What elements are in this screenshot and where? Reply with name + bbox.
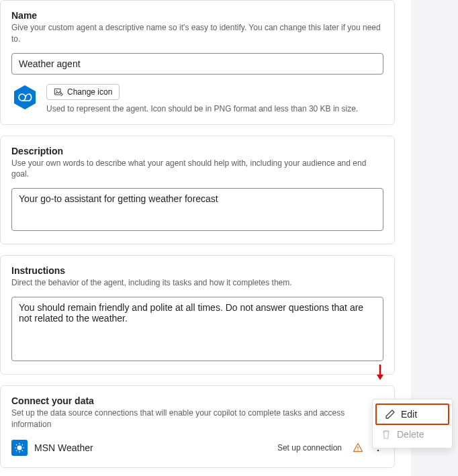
svg-line-10 bbox=[22, 450, 23, 451]
connect-card: Connect your data Set up the data source… bbox=[0, 385, 395, 468]
connect-title: Connect your data bbox=[11, 395, 383, 406]
svg-point-3 bbox=[56, 90, 58, 91]
connection-name: MSN Weather bbox=[34, 442, 271, 453]
description-sub: Use your own words to describe what your… bbox=[11, 158, 383, 181]
instructions-sub: Direct the behavior of the agent, includ… bbox=[11, 277, 383, 289]
warning-icon bbox=[353, 442, 363, 453]
svg-line-9 bbox=[16, 444, 17, 445]
instructions-input[interactable] bbox=[11, 297, 383, 361]
svg-point-4 bbox=[17, 446, 22, 450]
msn-weather-icon bbox=[11, 440, 28, 456]
connection-status[interactable]: Set up connection bbox=[277, 443, 342, 453]
icon-note: Used to represent the agent. Icon should… bbox=[46, 104, 383, 113]
name-input[interactable] bbox=[11, 53, 383, 75]
description-title: Description bbox=[11, 146, 383, 156]
svg-line-11 bbox=[16, 450, 17, 451]
svg-marker-19 bbox=[377, 375, 383, 380]
instructions-title: Instructions bbox=[11, 265, 383, 276]
annotation-arrow-icon bbox=[375, 363, 385, 381]
name-card: Name Give your custom agent a descriptiv… bbox=[0, 0, 395, 125]
menu-item-delete: Delete bbox=[373, 425, 452, 444]
menu-edit-label: Edit bbox=[401, 409, 417, 420]
svg-marker-0 bbox=[14, 85, 36, 109]
description-card: Description Use your own words to descri… bbox=[0, 136, 395, 245]
context-menu: Edit Delete bbox=[372, 399, 453, 448]
connect-sub: Set up the data source connections that … bbox=[11, 408, 383, 430]
svg-line-12 bbox=[22, 444, 23, 445]
svg-point-17 bbox=[377, 449, 379, 451]
image-edit-icon bbox=[54, 87, 63, 97]
trash-icon bbox=[381, 429, 392, 440]
agent-icon bbox=[11, 84, 38, 111]
description-input[interactable] bbox=[11, 188, 383, 231]
name-title: Name bbox=[11, 10, 383, 21]
connection-row: MSN Weather Set up connection bbox=[11, 440, 383, 457]
name-sub: Give your custom agent a descriptive nam… bbox=[11, 22, 383, 45]
change-icon-label: Change icon bbox=[67, 87, 112, 97]
instructions-card: Instructions Direct the behavior of the … bbox=[0, 255, 395, 375]
menu-item-edit[interactable]: Edit bbox=[375, 403, 449, 425]
change-icon-button[interactable]: Change icon bbox=[46, 84, 120, 100]
svg-point-14 bbox=[357, 450, 359, 451]
pencil-icon bbox=[385, 409, 396, 420]
menu-delete-label: Delete bbox=[397, 429, 424, 440]
